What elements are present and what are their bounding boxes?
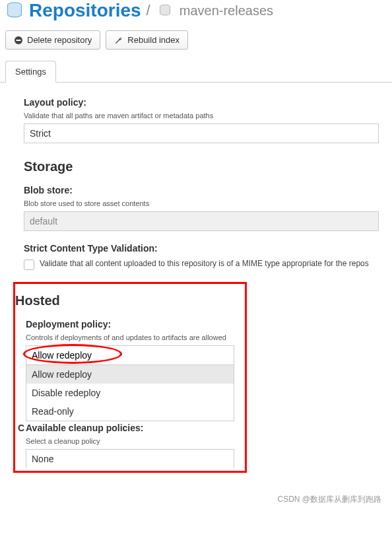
rebuild-index-button[interactable]: Rebuild index xyxy=(106,30,188,50)
blob-store-label: Blob store: xyxy=(24,185,379,195)
breadcrumb-main[interactable]: Repositories xyxy=(29,0,141,21)
database-icon-small xyxy=(156,1,174,20)
svg-rect-3 xyxy=(16,40,21,41)
breadcrumb-sub: maven-releases xyxy=(180,3,273,18)
strict-validation-text: Validate that all content uploaded to th… xyxy=(40,259,369,268)
cleanup-section-letter: C xyxy=(18,423,24,433)
breadcrumb-separator: / xyxy=(147,2,150,19)
delete-repository-button[interactable]: Delete repository xyxy=(5,30,100,50)
option-disable-redeploy[interactable]: Disable redeploy xyxy=(26,384,234,402)
tabs: Settings xyxy=(0,60,392,83)
wrench-icon xyxy=(114,36,123,45)
breadcrumb: Repositories / maven-releases xyxy=(0,0,392,26)
rebuild-button-label: Rebuild index xyxy=(127,35,180,45)
layout-policy-input[interactable] xyxy=(24,123,379,143)
strict-validation-checkbox[interactable] xyxy=(24,260,34,270)
deployment-policy-dropdown[interactable]: Allow redeploy Disable redeploy Read-onl… xyxy=(26,345,234,421)
option-allow-redeploy[interactable]: Allow redeploy xyxy=(26,365,234,384)
strict-validation-row: Validate that all content uploaded to th… xyxy=(24,259,379,270)
blob-store-help: Blob store used to store asset contents xyxy=(24,199,379,207)
database-icon xyxy=(5,1,24,20)
blob-store-input xyxy=(24,211,379,231)
delete-icon xyxy=(14,36,23,45)
cleanup-policies-help: Select a cleanup policy xyxy=(26,437,234,445)
deployment-policy-help: Controls if deployments of and updates t… xyxy=(26,333,234,341)
highlight-box: Hosted Deployment policy: Controls if de… xyxy=(13,282,247,473)
hosted-heading: Hosted xyxy=(15,293,234,308)
toolbar: Delete repository Rebuild index xyxy=(0,26,392,57)
deployment-policy-options: Allow redeploy Disable redeploy Read-onl… xyxy=(26,365,234,421)
strict-validation-label: Strict Content Type Validation: xyxy=(24,243,379,254)
cleanup-policies-label: Available cleanup policies: xyxy=(26,423,234,433)
tab-settings[interactable]: Settings xyxy=(5,61,56,83)
deployment-policy-input[interactable] xyxy=(26,345,234,365)
layout-policy-help: Validate that all paths are maven artifa… xyxy=(24,112,379,120)
deployment-policy-label: Deployment policy: xyxy=(26,319,234,330)
layout-policy-label: Layout policy: xyxy=(24,97,379,108)
storage-heading: Storage xyxy=(24,159,379,174)
delete-button-label: Delete repository xyxy=(27,35,92,45)
option-read-only[interactable]: Read-only xyxy=(26,402,234,421)
watermark: CSDN @数据库从删库到跑路 xyxy=(0,486,392,513)
content-area: Layout policy: Validate that all paths a… xyxy=(0,83,392,486)
cleanup-policies-input[interactable] xyxy=(26,449,234,468)
